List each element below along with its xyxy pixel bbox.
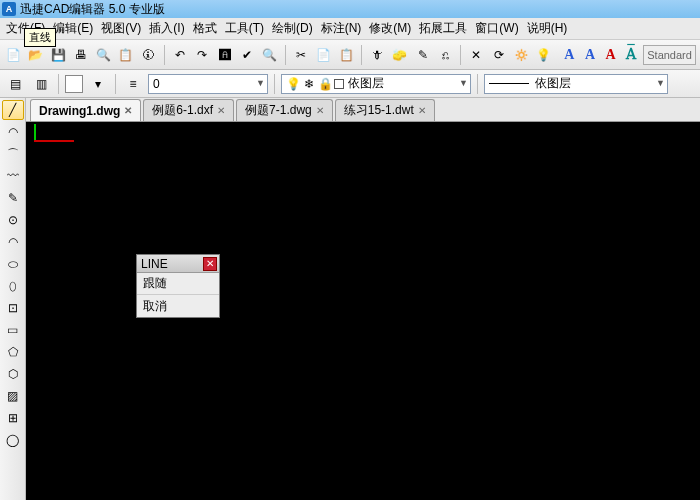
separator (460, 45, 461, 65)
separator (477, 74, 478, 94)
textstyle-a1-icon[interactable]: A (561, 45, 578, 65)
tab-exercise15[interactable]: 练习15-1.dwt ✕ (335, 99, 435, 121)
tab-drawing1[interactable]: Drawing1.dwg ✕ (30, 99, 141, 121)
separator (361, 45, 362, 65)
separator (58, 74, 59, 94)
paste-icon[interactable]: 📋 (337, 44, 356, 66)
info-icon[interactable]: 🛈 (139, 44, 158, 66)
linetype-combo[interactable]: 依图层 ▼ (484, 74, 668, 94)
rect-tool-icon[interactable]: ▭ (2, 320, 24, 340)
arc3-tool-icon[interactable]: ◠ (2, 232, 24, 252)
cut-icon[interactable]: ✂ (292, 44, 311, 66)
check-icon[interactable]: ✔ (238, 44, 257, 66)
edit-icon[interactable]: ✎ (413, 44, 432, 66)
textstyle-a2-icon[interactable]: A (582, 45, 599, 65)
menu-insert[interactable]: 插入(I) (149, 20, 184, 37)
tab-example6[interactable]: 例题6-1.dxf ✕ (143, 99, 234, 121)
context-menu: LINE ✕ 跟随 取消 (136, 254, 220, 318)
point-tool-icon[interactable]: ⊡ (2, 298, 24, 318)
main-toolbar: 📄 📂 💾 🖶 🔍 📋 🛈 ↶ ↷ 🅰 ✔ 🔍 ✂ 📄 📋 🗡 🧽 ✎ ⎌ ✕ … (0, 40, 700, 70)
revert-icon[interactable]: ⎌ (436, 44, 455, 66)
menu-view[interactable]: 视图(V) (101, 20, 141, 37)
tab-example7[interactable]: 例题7-1.dwg ✕ (236, 99, 333, 121)
line-tool-icon[interactable]: ╱ (2, 100, 24, 120)
menu-item-cancel[interactable]: 取消 (137, 295, 219, 317)
tab-label: Drawing1.dwg (39, 104, 120, 118)
bulb-icon[interactable]: 💡 (535, 44, 554, 66)
trim-icon[interactable]: 🗡 (368, 44, 387, 66)
title-bar: A 迅捷CAD编辑器 5.0 专业版 (0, 0, 700, 18)
layer-on-icon: 💡 (286, 77, 300, 91)
spline-tool-icon[interactable]: 〰 (2, 166, 24, 186)
menu-modify[interactable]: 修改(M) (369, 20, 411, 37)
arc-tool-icon[interactable]: ◠ (2, 122, 24, 142)
menu-help[interactable]: 说明(H) (527, 20, 568, 37)
layer-states-icon[interactable]: ▥ (30, 73, 52, 95)
app-logo-icon: A (2, 2, 16, 16)
layer-freeze-icon: ❄ (302, 77, 316, 91)
menu-edit[interactable]: 编辑(E) (53, 20, 93, 37)
work-area: ╱ ◠ ⌒ 〰 ✎ ⊙ ◠ ⬭ ⬯ ⊡ ▭ ⬠ ⬡ ▨ ⊞ ◯ Drawing1… (0, 98, 700, 500)
menu-tools[interactable]: 工具(T) (225, 20, 264, 37)
menu-dim[interactable]: 标注(N) (321, 20, 362, 37)
properties-toolbar: ▤ ▥ ▾ ≡ 0 ▼ 💡 ❄ 🔒 依图层 ▼ 依图层 ▼ (0, 70, 700, 98)
textstyle-a4-icon[interactable]: A̅ (623, 45, 640, 65)
close-icon[interactable]: ✕ (203, 257, 217, 271)
context-menu-header[interactable]: LINE ✕ (137, 255, 219, 273)
donut-tool-icon[interactable]: ◯ (2, 430, 24, 450)
menu-draw[interactable]: 绘制(D) (272, 20, 313, 37)
arc2-tool-icon[interactable]: ⌒ (2, 144, 24, 164)
polygon2-tool-icon[interactable]: ⬡ (2, 364, 24, 384)
redo-icon[interactable]: ↷ (193, 44, 212, 66)
erase-icon[interactable]: 🧽 (391, 44, 410, 66)
lineweight-icon[interactable]: ≡ (122, 73, 144, 95)
undo-icon[interactable]: ↶ (170, 44, 189, 66)
sketch-tool-icon[interactable]: ✎ (2, 188, 24, 208)
layer-manager-icon[interactable]: ▤ (4, 73, 26, 95)
ellipse-tool-icon[interactable]: ⬭ (2, 254, 24, 274)
separator (115, 74, 116, 94)
menu-ext[interactable]: 拓展工具 (419, 20, 467, 37)
linetype-preview-icon (489, 83, 529, 84)
draw-toolbar: ╱ ◠ ⌒ 〰 ✎ ⊙ ◠ ⬭ ⬯ ⊡ ▭ ⬠ ⬡ ▨ ⊞ ◯ (0, 98, 26, 500)
find-icon[interactable]: 🔍 (261, 44, 280, 66)
menu-item-follow[interactable]: 跟随 (137, 273, 219, 295)
context-menu-title: LINE (141, 257, 168, 271)
text-style-combo[interactable]: Standard (643, 45, 696, 65)
preview-icon[interactable]: 🔍 (94, 44, 113, 66)
refresh-icon[interactable]: ⟳ (490, 44, 509, 66)
circle-tool-icon[interactable]: ⊙ (2, 210, 24, 230)
menu-bar: 文件(F) 编辑(E) 视图(V) 插入(I) 格式 工具(T) 绘制(D) 标… (0, 18, 700, 40)
ucs-x-axis-icon (34, 140, 74, 142)
color-swatch[interactable] (65, 75, 83, 93)
new-icon[interactable]: 📄 (4, 44, 23, 66)
sun-icon[interactable]: 🔅 (512, 44, 531, 66)
app-title: 迅捷CAD编辑器 5.0 专业版 (20, 1, 165, 18)
drawing-canvas[interactable] (26, 122, 700, 500)
hatch-tool-icon[interactable]: ▨ (2, 386, 24, 406)
layer-lock-icon: 🔒 (318, 77, 332, 91)
copy-icon[interactable]: 📄 (314, 44, 333, 66)
textstyle-a3-icon[interactable]: A (602, 45, 619, 65)
layer-name: 依图层 (348, 75, 384, 92)
lineweight-value: 0 (153, 77, 160, 91)
close-icon[interactable]: ✕ (217, 105, 225, 116)
menu-format[interactable]: 格式 (193, 20, 217, 37)
close-icon[interactable]: ✕ (316, 105, 324, 116)
separator (164, 45, 165, 65)
color-picker-icon[interactable]: ▾ (87, 73, 109, 95)
sheet-icon[interactable]: 📋 (117, 44, 136, 66)
delete-icon[interactable]: ✕ (467, 44, 486, 66)
polygon-tool-icon[interactable]: ⬠ (2, 342, 24, 362)
lineweight-combo[interactable]: 0 ▼ (148, 74, 268, 94)
close-icon[interactable]: ✕ (418, 105, 426, 116)
text-icon[interactable]: 🅰 (215, 44, 234, 66)
menu-window[interactable]: 窗口(W) (475, 20, 518, 37)
linetype-name: 依图层 (535, 75, 571, 92)
document-tabs: Drawing1.dwg ✕ 例题6-1.dxf ✕ 例题7-1.dwg ✕ 练… (26, 98, 700, 122)
layer-combo[interactable]: 💡 ❄ 🔒 依图层 ▼ (281, 74, 471, 94)
ellipse-arc-tool-icon[interactable]: ⬯ (2, 276, 24, 296)
print-icon[interactable]: 🖶 (72, 44, 91, 66)
region-tool-icon[interactable]: ⊞ (2, 408, 24, 428)
close-icon[interactable]: ✕ (124, 105, 132, 116)
